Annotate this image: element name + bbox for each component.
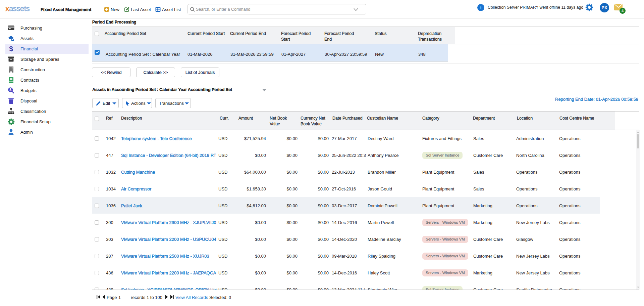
- svg-text:$: $: [9, 88, 11, 92]
